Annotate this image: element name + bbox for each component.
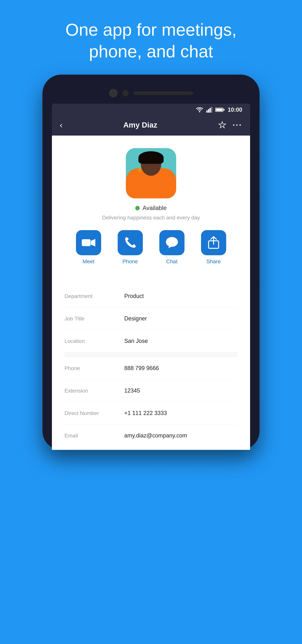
chat-icon-bg: [159, 230, 185, 255]
avatar: [126, 148, 176, 198]
location-row: Location San Jose: [65, 330, 237, 352]
direct-number-label: Direct Number: [65, 410, 124, 416]
video-camera-icon: [81, 238, 96, 248]
battery-icon: [215, 108, 223, 112]
phone-screen: 10:00 ‹ Amy Diaz ···: [52, 104, 250, 450]
status-label: Available: [142, 205, 167, 212]
chat-label: Chat: [166, 258, 178, 264]
back-button[interactable]: ‹: [60, 121, 62, 129]
svg-rect-2: [208, 109, 209, 112]
email-label: Email: [65, 432, 124, 439]
header-actions: ···: [218, 121, 242, 129]
front-camera: [109, 89, 118, 98]
direct-number-value: +1 111 222 3333: [124, 410, 167, 416]
location-label: Location: [65, 338, 124, 344]
phone-field-label: Phone: [65, 365, 124, 371]
email-value: amy.diaz@company.com: [124, 432, 187, 439]
phone-row: Phone 888 799 9666: [65, 357, 237, 380]
job-title-value: Designer: [124, 315, 147, 322]
share-icon-bg: [201, 230, 226, 255]
availability-status: Available: [135, 205, 167, 212]
status-icons: 10:00: [196, 106, 242, 113]
speaker-bar: [133, 92, 193, 95]
share-icon: [207, 236, 220, 249]
department-value: Product: [124, 293, 144, 300]
svg-marker-5: [219, 122, 226, 128]
hero-headline: One app for meetings, phone, and chat: [25, 0, 277, 74]
extension-value: 12345: [124, 387, 140, 394]
direct-number-row: Direct Number +1 111 222 3333: [65, 402, 237, 424]
phone-button[interactable]: Phone: [118, 230, 143, 264]
svg-marker-7: [91, 239, 95, 246]
wifi-icon: [196, 107, 204, 112]
svg-rect-1: [206, 110, 208, 112]
phone-icon: [124, 236, 136, 249]
more-options-icon[interactable]: ···: [233, 122, 242, 128]
meet-label: Meet: [83, 258, 95, 264]
info-section: Department Product Job Title Designer Lo…: [52, 282, 250, 450]
extension-row: Extension 12345: [65, 380, 237, 402]
favorite-icon[interactable]: [218, 121, 226, 129]
svg-point-0: [199, 111, 200, 112]
location-value: San Jose: [124, 338, 148, 344]
phone-device: 10:00 ‹ Amy Diaz ···: [43, 74, 259, 450]
phone-icon-bg: [118, 230, 143, 255]
share-label: Share: [206, 258, 221, 264]
svg-rect-6: [82, 239, 91, 246]
department-row: Department Product: [65, 285, 237, 308]
chat-button[interactable]: Chat: [159, 230, 185, 264]
contact-name-header: Amy Diaz: [123, 121, 157, 129]
department-label: Department: [65, 293, 124, 299]
status-time: 10:00: [228, 106, 242, 113]
group-divider: [65, 352, 237, 357]
phone-label: Phone: [122, 258, 138, 264]
phone-hardware-top: [52, 84, 250, 104]
available-dot: [135, 206, 140, 210]
meet-button[interactable]: Meet: [76, 230, 101, 264]
share-button[interactable]: Share: [201, 230, 226, 264]
chat-icon: [165, 236, 179, 249]
meet-icon-bg: [76, 230, 101, 255]
svg-rect-4: [211, 107, 212, 112]
job-title-label: Job Title: [65, 316, 124, 322]
email-row: Email amy.diaz@company.com: [65, 424, 237, 447]
signal-icon: [206, 107, 212, 112]
proximity-sensor: [122, 90, 129, 96]
action-buttons-row: Meet Phone: [61, 230, 241, 264]
svg-rect-3: [210, 108, 211, 112]
status-bar: 10:00: [52, 104, 250, 116]
bio-text: Delivering happiness each and every day: [102, 214, 200, 221]
phone-field-value: 888 799 9666: [124, 365, 159, 372]
app-header: ‹ Amy Diaz ···: [52, 116, 250, 136]
extension-label: Extension: [65, 388, 124, 394]
job-title-row: Job Title Designer: [65, 308, 237, 330]
profile-section: Available Delivering happiness each and …: [52, 136, 250, 282]
